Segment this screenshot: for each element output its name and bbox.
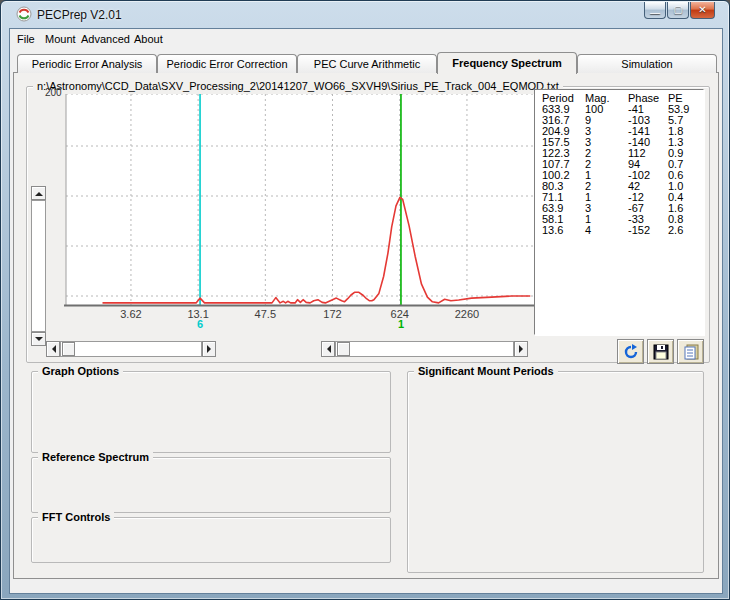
- chart-vscroll-up-button[interactable]: [31, 186, 46, 200]
- mount-periods-title: Significant Mount Periods: [414, 365, 558, 377]
- xrange-right-scroll-track[interactable]: [335, 341, 514, 357]
- tab-simulation[interactable]: Simulation: [577, 54, 717, 73]
- app-window: PECPrep V2.01 — ▢ ✕ File Mount Advanced …: [0, 0, 730, 600]
- save-icon: [653, 344, 669, 360]
- close-icon: ✕: [698, 5, 706, 15]
- fft-controls-title: FFT Controls: [38, 511, 114, 523]
- xrange-left-scroll-track[interactable]: [60, 341, 202, 357]
- up-arrow-icon: [35, 188, 43, 196]
- x-tick-label: 47.5: [255, 308, 276, 320]
- menu-mount[interactable]: Mount: [43, 32, 78, 48]
- chart-vscroll-track[interactable]: [31, 200, 46, 332]
- marker-period-label: 1: [398, 318, 404, 330]
- x-tick-label: 3.62: [120, 308, 141, 320]
- mount-periods-group: Significant Mount Periods: [407, 371, 704, 573]
- x-tick-label: 2260: [455, 308, 479, 320]
- menu-advanced[interactable]: Advanced: [79, 32, 132, 48]
- window-title: PECPrep V2.01: [37, 8, 122, 22]
- spectrum-table[interactable]: PeriodMag.PhasePE 633.9100-4153.9316.79-…: [534, 89, 704, 335]
- reference-spectrum-group: Reference Spectrum: [31, 457, 391, 513]
- xrange-left-scroll-right-button[interactable]: [202, 341, 216, 357]
- down-arrow-icon: [35, 337, 43, 345]
- left-arrow-icon: [323, 345, 331, 353]
- xrange-right-scroll-left-button[interactable]: [321, 341, 335, 357]
- xrange-right-scroll-right-button[interactable]: [514, 341, 528, 357]
- minimize-button[interactable]: —: [644, 2, 666, 19]
- graph-options-title: Graph Options: [38, 365, 123, 377]
- tab-periodic-error-analysis[interactable]: Periodic Error Analysis: [17, 54, 157, 73]
- refresh-button[interactable]: [617, 339, 644, 364]
- tab-periodic-error-correction[interactable]: Periodic Error Correction: [157, 54, 297, 73]
- y-axis-max-label: 200: [45, 87, 62, 98]
- report-icon: [683, 344, 699, 360]
- right-arrow-icon: [519, 345, 527, 353]
- close-button[interactable]: ✕: [690, 2, 715, 19]
- frequency-spectrum-chart[interactable]: [64, 94, 534, 308]
- xrange-left-scroll-thumb[interactable]: [62, 342, 75, 356]
- refresh-icon: [623, 344, 639, 360]
- right-arrow-icon: [207, 345, 215, 353]
- table-cell: 4: [585, 224, 591, 236]
- save-spectrum-button[interactable]: [647, 339, 674, 364]
- menu-about[interactable]: About: [132, 32, 165, 48]
- reference-spectrum-title: Reference Spectrum: [38, 451, 153, 463]
- tab-pec-curve-arithmetic[interactable]: PEC Curve Arithmetic: [297, 54, 437, 73]
- minimize-icon: —: [650, 8, 660, 18]
- graph-options-group: Graph Options: [31, 371, 391, 453]
- marker-period-label: 6: [197, 318, 203, 330]
- chart-vscroll-down-button[interactable]: [31, 332, 46, 346]
- file-path: n:\Astronomy\CCD_Data\SXV_Processing_2\2…: [33, 80, 563, 92]
- report-button[interactable]: [677, 339, 704, 364]
- app-icon: [16, 6, 32, 22]
- xrange-right-scroll-thumb[interactable]: [337, 342, 350, 356]
- table-cell: 2.6: [668, 224, 683, 236]
- x-tick-label: 172: [323, 308, 341, 320]
- fft-controls-group: FFT Controls: [31, 517, 391, 563]
- left-arrow-icon: [48, 345, 56, 353]
- maximize-icon: ▢: [673, 5, 682, 15]
- xrange-left-scroll-left-button[interactable]: [46, 341, 60, 357]
- table-cell: -152: [628, 224, 650, 236]
- menu-file[interactable]: File: [15, 32, 37, 48]
- table-cell: 13.6: [542, 224, 563, 236]
- maximize-button[interactable]: ▢: [667, 2, 689, 19]
- tab-frequency-spectrum[interactable]: Frequency Spectrum: [437, 52, 577, 74]
